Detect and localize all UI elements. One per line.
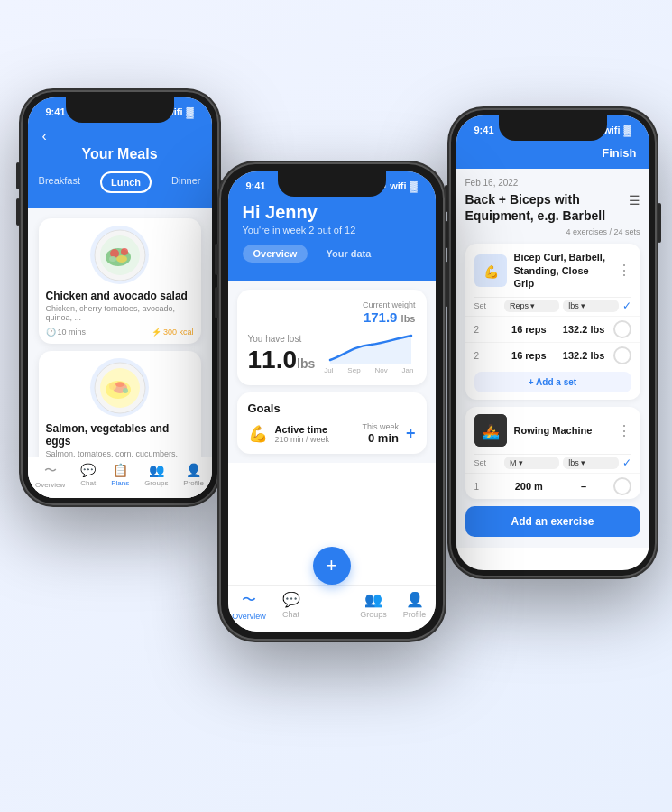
meal-name-2: Salmon, vegetables and eggs [46,422,194,448]
chat-icon-left: 💬 [80,463,96,477]
set-circle-2-1[interactable] [613,477,631,495]
nav-groups-center[interactable]: 👥 Groups [357,591,390,621]
power-btn-center[interactable] [446,262,449,307]
vol-up-btn-left[interactable] [16,162,20,189]
svg-point-6 [109,256,116,262]
notch-left [66,97,174,123]
nav-overview-label-c: Overview [232,612,266,621]
workout-header: Finish [456,139,649,169]
bottom-nav-center: 〜 Overview 💬 Chat 👥 Groups 👤 [228,585,436,632]
nav-chat-left[interactable]: 💬 Chat [80,463,96,489]
meals-screen: 9:41 ▪▪▪ wifi ▓ ‹ Your Meals Breakfast L… [28,97,212,498]
nav-overview-left[interactable]: 〜 Overview [35,463,65,489]
set-reps-1-1: 16 reps [503,324,555,335]
nav-profile-center[interactable]: 👤 Profile [399,591,431,621]
phone-meals: 9:41 ▪▪▪ wifi ▓ ‹ Your Meals Breakfast L… [21,90,219,505]
vol-up-btn-right[interactable] [445,185,448,212]
exercise-thumb-2: 🚣 [474,414,507,447]
tab-overview[interactable]: Overview [243,245,308,263]
workout-screen: 9:41 ▪▪▪ wifi ▓ Finish Feb 16, 2022 Back… [456,115,649,570]
set-lbs-1-1: 132.2 lbs [558,324,610,335]
set-circle-1-1[interactable] [613,320,631,338]
exercise-thumb-1: 💪 [474,254,507,287]
wifi-icon-c: wifi [390,180,406,191]
nav-plans-label-left: Plans [111,479,129,487]
vol-down-btn-right[interactable] [445,221,448,248]
nav-chat-center[interactable]: 💬 Chat [275,591,308,621]
meal-image-1 [90,226,149,284]
set-lbs-1-2: 132.2 lbs [558,350,610,361]
nav-profile-left[interactable]: 👤 Profile [183,463,204,489]
nav-chat-label-left: Chat [80,479,96,487]
meals-tabs: Breakfast Lunch Dinner [42,171,198,193]
overview-icon-left: 〜 [44,463,57,479]
back-button[interactable]: ‹ [42,128,198,144]
tab-your-data[interactable]: Your data [315,245,382,263]
set-check-2: ✓ [622,457,631,469]
vol-up-btn-center[interactable] [215,244,218,275]
vol-down-btn-center[interactable] [215,287,218,318]
power-btn-right[interactable] [658,203,661,243]
status-time-center: 9:41 [246,180,266,191]
greeting-text: Hi Jenny [243,202,421,223]
nav-groups-left[interactable]: 👥 Groups [144,463,168,489]
goal-active-time: 💪 Active time 210 min / week This week 0… [248,422,416,445]
status-time-left: 9:41 [46,106,66,117]
nav-plans-left[interactable]: 📋 Plans [111,463,129,489]
meal-name-1: Chicken and avocado salad [46,290,194,302]
vol-down-btn-left[interactable] [16,198,20,226]
phone-workout: 9:41 ▪▪▪ wifi ▓ Finish Feb 16, 2022 Back… [449,108,657,577]
overview-header: Hi Jenny You're in week 2 out of 12 Over… [228,195,436,281]
chart-labels: Jul Sep Nov Jan [322,366,415,374]
tab-lunch[interactable]: Lunch [100,171,152,193]
nav-overview-center[interactable]: 〜 Overview [232,591,266,621]
weight-chart-area: Current weight 171.9 lbs Jul Sep [322,300,415,374]
set-lbs-2-1: – [558,481,610,492]
weight-lost-value: 11.0lbs [248,346,316,374]
set-num-1-1: 2 [474,325,500,335]
nav-chat-label-c: Chat [282,610,299,619]
plans-icon-left: 📋 [113,463,128,477]
add-set-button[interactable]: + Add a set [474,372,631,392]
add-exercise-button[interactable]: Add an exercise [465,506,640,537]
exercise-name-1: Bicep Curl, Barbell, Standing, Close Gri… [514,251,610,290]
bolt-icon-1: ⚡ [152,328,161,337]
exercise-more-2[interactable]: ⋮ [617,422,631,439]
lbs-dropdown-1[interactable]: lbs ▾ [563,300,618,312]
set-circle-1-2[interactable] [613,346,631,364]
current-weight-label: Current weight [322,300,415,309]
goal-icon: 💪 [248,424,268,444]
menu-icon[interactable]: ☰ [629,193,640,208]
overview-tabs: Overview Your data [243,245,421,263]
set-column-headers-1: Set Reps ▾ lbs ▾ ✓ [465,298,640,316]
battery-icon-c: ▓ [410,180,417,191]
exercise-more-1[interactable]: ⋮ [617,262,631,279]
set-col-label: Set [474,301,502,310]
set-column-headers-2: Set M ▾ lbs ▾ ✓ [465,455,640,473]
m-dropdown[interactable]: M ▾ [504,457,559,469]
phones-container: 9:41 ▪▪▪ wifi ▓ ‹ Your Meals Breakfast L… [12,18,661,794]
goal-add-button[interactable]: + [406,424,416,443]
meal-time-1: 🕐 10 mins [46,328,87,337]
svg-point-11 [109,383,116,390]
meal-card-1: Chicken and avocado salad Chicken, cherr… [39,218,201,344]
nav-profile-label-c: Profile [403,610,427,619]
overview-screen: 9:41 ▪▪▪ wifi ▓ Hi Jenny You're in week … [228,171,436,632]
bottom-nav-left: 〜 Overview 💬 Chat 📋 Plans 👥 Groups 👤 [28,457,212,498]
current-weight-value: 171.9 lbs [322,309,415,325]
goal-name: Active time [275,424,355,435]
set-reps-2-1: 200 m [503,481,555,492]
svg-point-12 [123,388,128,393]
meal-meta-1: 🕐 10 mins ⚡ 300 kcal [46,328,194,337]
tab-breakfast[interactable]: Breakfast [30,171,89,193]
reps-dropdown[interactable]: Reps ▾ [504,300,559,312]
goal-this-week-label: This week [362,422,399,431]
fab-button[interactable]: + [313,547,351,585]
notch-right [499,115,607,141]
tab-dinner[interactable]: Dinner [162,171,209,193]
meal-image-2 [90,358,149,417]
lbs-dropdown-2[interactable]: lbs ▾ [563,457,618,469]
battery-icon-r: ▓ [623,125,631,135]
overview-body: You have lost 11.0lbs Current weight 171… [228,281,436,463]
finish-button[interactable]: Finish [602,146,636,160]
